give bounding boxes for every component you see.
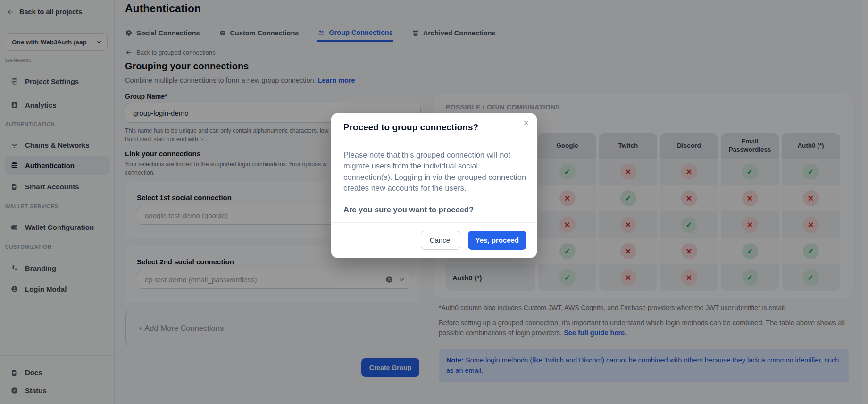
close-icon[interactable]: × <box>523 118 529 128</box>
yes-proceed-button[interactable]: Yes, proceed <box>468 231 526 250</box>
cancel-button[interactable]: Cancel <box>421 231 460 250</box>
modal-title: Proceed to group connections? <box>343 122 478 133</box>
modal-footer: Cancel Yes, proceed <box>331 222 537 258</box>
modal-body-text: Please note that this grouped connection… <box>343 150 527 194</box>
modal-header-divider <box>331 141 537 141</box>
modal-question: Are you sure you want to proceed? <box>343 205 474 214</box>
proceed-modal: Proceed to group connections? × Please n… <box>331 113 537 258</box>
